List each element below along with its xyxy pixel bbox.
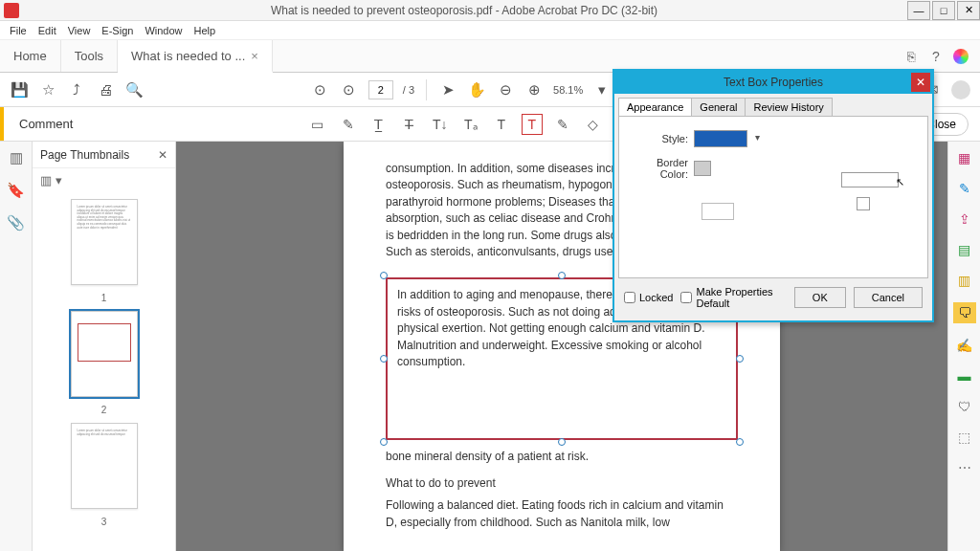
add-text-comment-icon[interactable]: T	[492, 115, 511, 134]
search-icon[interactable]: 🔍	[124, 80, 144, 99]
locked-label: Locked	[639, 292, 673, 303]
right-tools-rail: ▦ ✎ ⇪ ▤ ▥ 🗨 ✍ ▬ 🛡 ⬚ ⋯	[947, 142, 980, 551]
underline-icon[interactable]: T̲	[369, 115, 389, 134]
compress-icon[interactable]: ⬚	[956, 429, 973, 446]
menu-help[interactable]: Help	[189, 23, 222, 38]
close-window-button[interactable]: ✕	[957, 1, 980, 20]
quick-tools-icon[interactable]: ⎘	[903, 49, 919, 64]
zoom-in-icon[interactable]: ⊕	[524, 80, 544, 99]
page-up-icon[interactable]: ⊙	[311, 80, 330, 99]
print-icon[interactable]: 🖨	[96, 80, 115, 99]
fill-color-swatch[interactable]	[857, 197, 870, 210]
edit-pdf-icon[interactable]: ✎	[956, 180, 973, 197]
tab-general[interactable]: General	[691, 98, 746, 116]
cursor-icon: ↖	[896, 176, 904, 188]
share-icon[interactable]: ⤴	[67, 80, 86, 99]
notifications-icon[interactable]	[953, 49, 969, 64]
page-down-icon[interactable]: ⊙	[340, 80, 359, 99]
close-tab-icon[interactable]: ×	[251, 49, 258, 63]
thumbnails-title: Page Thumbnails	[40, 148, 129, 162]
strikethrough-icon[interactable]: T̶	[400, 115, 419, 134]
opacity-field[interactable]	[702, 203, 734, 220]
menu-file[interactable]: File	[4, 23, 33, 38]
resize-handle-sw[interactable]	[380, 438, 388, 446]
thumbnail-page-2[interactable]	[71, 311, 138, 397]
make-default-checkbox-input[interactable]	[680, 292, 692, 303]
thumbnail-page-1[interactable]: Lorem ipsum dolor sit amet consectetur a…	[71, 199, 138, 285]
menu-edit[interactable]: Edit	[33, 23, 62, 38]
resize-handle-se[interactable]	[736, 438, 744, 446]
tab-review-history[interactable]: Review History	[745, 98, 832, 116]
account-avatar[interactable]	[951, 80, 970, 99]
comment-label: Comment	[0, 107, 88, 141]
menu-window[interactable]: Window	[139, 23, 188, 38]
locked-checkbox-input[interactable]	[624, 292, 635, 303]
locked-checkbox[interactable]: Locked	[624, 292, 673, 303]
dialog-title: Text Box Properties	[724, 76, 823, 89]
export-pdf-icon[interactable]: ⇪	[956, 210, 973, 228]
hand-icon[interactable]: ✋	[467, 80, 486, 99]
minimize-button[interactable]: —	[907, 1, 930, 20]
eraser-icon[interactable]: ◇	[584, 115, 603, 134]
redact-icon[interactable]: ▬	[956, 367, 973, 385]
style-select[interactable]	[694, 130, 747, 147]
make-default-checkbox[interactable]: Make Properties Default	[680, 286, 778, 309]
tab-appearance[interactable]: Appearance	[618, 98, 692, 116]
insert-text-icon[interactable]: Tₐ	[461, 115, 480, 134]
pointer-icon[interactable]: ➤	[438, 80, 457, 99]
thumbnail-label: 1	[101, 293, 107, 303]
sticky-note-icon[interactable]: ▭	[308, 115, 327, 134]
replace-text-icon[interactable]: T↓	[431, 115, 450, 134]
close-thumbnails-icon[interactable]: ✕	[158, 148, 167, 162]
dialog-footer: Locked Make Properties Default OK Cancel	[618, 278, 928, 317]
attachments-rail-icon[interactable]: 📎	[8, 214, 25, 231]
highlight-icon[interactable]: ✎	[339, 115, 358, 134]
thumbnails-options[interactable]: ▥ ▾	[33, 168, 175, 191]
create-pdf-icon[interactable]: ▦	[956, 149, 973, 166]
menu-esign[interactable]: E-Sign	[96, 23, 139, 38]
app-icon	[4, 3, 19, 18]
thumbnail-page-3[interactable]: Lorem ipsum dolor sit amet consectetur a…	[71, 423, 138, 509]
organize-pages-icon[interactable]: ▤	[956, 241, 973, 258]
border-color-swatch[interactable]	[694, 161, 711, 176]
page-number-input[interactable]	[368, 80, 393, 99]
menu-bar: File Edit View E-Sign Window Help	[0, 21, 980, 40]
tab-document[interactable]: What is needed to ... ×	[118, 40, 273, 73]
text-box-icon[interactable]: T	[523, 115, 542, 134]
cancel-button[interactable]: Cancel	[854, 287, 923, 308]
body-text: bone mineral density of a patient at ris…	[386, 450, 738, 463]
dialog-body: Appearance General Review History Style:…	[614, 94, 932, 320]
thumbnails-rail-icon[interactable]: ▥	[8, 149, 25, 166]
fill-sign-icon[interactable]: ✍	[956, 337, 973, 354]
thumbnail-label: 3	[101, 517, 107, 527]
combine-files-icon[interactable]: ▥	[956, 272, 973, 289]
page-total: / 3	[403, 84, 414, 96]
window-title: What is needed to prevent osteoporosis.p…	[23, 4, 905, 17]
page-thumbnails-panel: Page Thumbnails ✕ ▥ ▾ Lorem ipsum dolor …	[33, 142, 176, 551]
star-icon[interactable]: ☆	[38, 80, 57, 99]
dialog-close-button[interactable]: ✕	[911, 73, 930, 92]
help-icon[interactable]: ?	[928, 49, 944, 64]
tabstrip-tools: ⎘ ?	[903, 40, 980, 72]
dialog-titlebar[interactable]: Text Box Properties ✕	[614, 71, 932, 94]
zoom-dropdown-icon[interactable]: ▾	[592, 80, 612, 99]
bookmarks-rail-icon[interactable]: 🔖	[8, 182, 25, 199]
comment-tool-icon[interactable]: 🗨	[953, 302, 976, 323]
left-navigation-rail: ▥ 🔖 📎	[0, 142, 33, 551]
protect-icon[interactable]: 🛡	[956, 398, 973, 415]
maximize-button[interactable]: □	[932, 1, 955, 20]
more-tools-icon[interactable]: ⋯	[956, 459, 973, 476]
resize-handle-e[interactable]	[736, 355, 744, 363]
zoom-out-icon[interactable]: ⊖	[496, 80, 515, 99]
zoom-level[interactable]: 58.1%	[553, 84, 583, 96]
thickness-field[interactable]	[841, 172, 899, 187]
ok-button[interactable]: OK	[794, 287, 846, 308]
menu-view[interactable]: View	[62, 23, 97, 38]
pencil-icon[interactable]: ✎	[553, 115, 572, 134]
resize-handle-s[interactable]	[558, 438, 566, 446]
tab-home[interactable]: Home	[0, 40, 61, 72]
text-box-properties-dialog[interactable]: Text Box Properties ✕ Appearance General…	[612, 69, 934, 322]
section-heading: What to do to prevent	[386, 476, 738, 490]
save-icon[interactable]: 💾	[10, 80, 29, 99]
tab-tools[interactable]: Tools	[61, 40, 118, 72]
